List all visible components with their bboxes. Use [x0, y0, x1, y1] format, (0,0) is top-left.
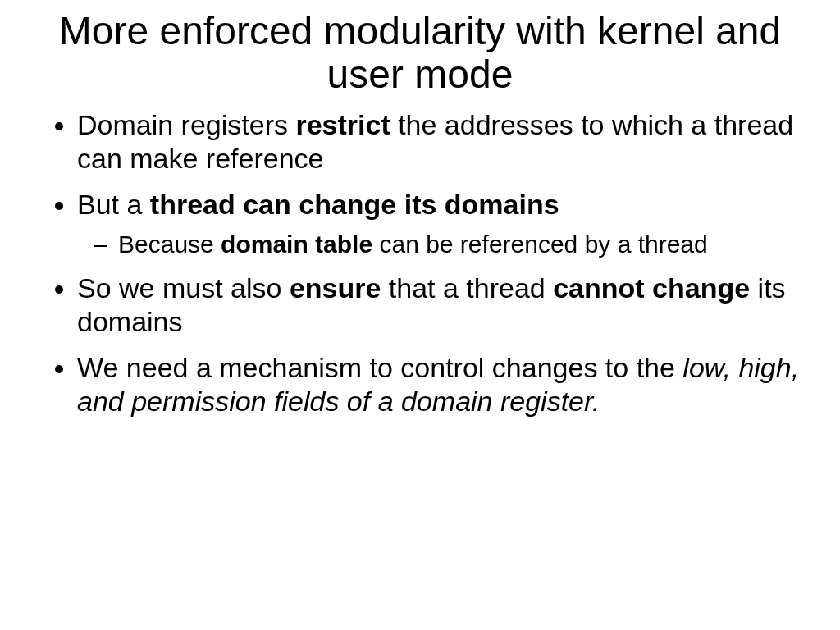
bullet-2: But a thread can change its domains Beca…: [77, 188, 807, 260]
slide-title: More enforced modularity with kernel and…: [33, 10, 807, 97]
text: But a: [77, 189, 150, 220]
bullet-1: Domain registers restrict the addresses …: [77, 108, 807, 176]
text: So we must also: [77, 272, 290, 304]
bold-text: thread can change its domains: [150, 189, 559, 220]
bold-text: domain table: [221, 231, 372, 258]
bold-text: cannot change: [553, 272, 750, 304]
text: that a thread: [381, 272, 553, 304]
bullet-list: Domain registers restrict the addresses …: [33, 108, 807, 419]
text: can be referenced by a thread: [372, 231, 708, 258]
bullet-3: So we must also ensure that a thread can…: [77, 272, 807, 340]
bold-text: restrict: [295, 109, 390, 140]
sub-bullet-1: Because domain table can be referenced b…: [118, 230, 807, 260]
text: Because: [118, 231, 221, 258]
text: Domain registers: [77, 109, 295, 140]
text: We need a mechanism to control changes t…: [77, 352, 682, 383]
sub-bullet-list: Because domain table can be referenced b…: [77, 230, 807, 260]
bold-text: ensure: [290, 272, 381, 304]
bullet-4: We need a mechanism to control changes t…: [77, 351, 807, 419]
slide: More enforced modularity with kernel and…: [0, 0, 840, 630]
